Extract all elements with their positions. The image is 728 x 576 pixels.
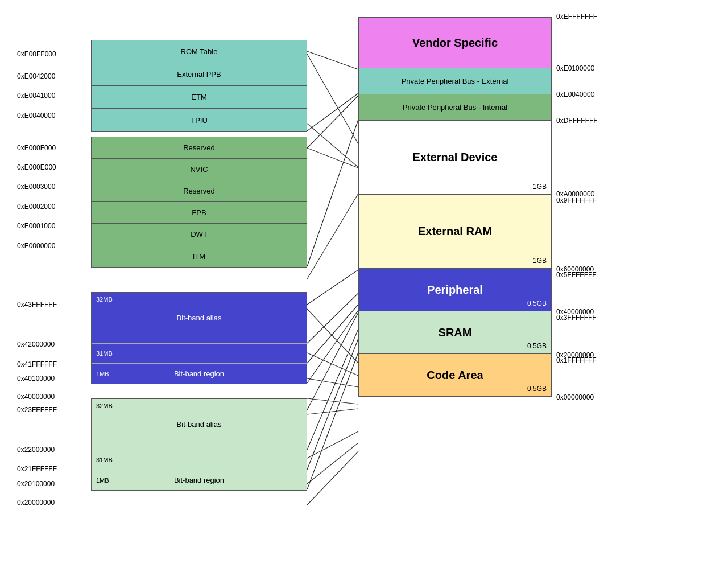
addr-0xEFFFFFFF: 0xEFFFFFFF xyxy=(556,13,597,20)
addr-0x3FFFFFFF: 0x3FFFFFFF xyxy=(556,314,597,322)
detail-row-sram-region: 1MB Bit-band region xyxy=(92,470,307,490)
addr-0x21FFFFFF: 0x21FFFFFF xyxy=(17,465,57,473)
block-external-device-size: 1GB xyxy=(533,183,547,191)
addr-0x23FFFFFF: 0x23FFFFFF xyxy=(17,406,57,414)
svg-line-3 xyxy=(307,194,358,279)
detail-row-etm: ETM xyxy=(92,86,307,109)
addr-0xE0040000: 0xE0040000 xyxy=(17,112,55,120)
detail-row-sram-alias: 32MB Bit-band alias xyxy=(92,399,307,450)
detail-row-external-ppb: External PPB xyxy=(92,63,307,86)
block-external-ram-label: External RAM xyxy=(418,225,492,238)
svg-line-2 xyxy=(307,148,358,168)
detail-row-dwt: DWT xyxy=(92,224,307,245)
detail-row-sram-31mb: 31MB xyxy=(92,450,307,470)
detail-row-rom-table: ROM Table xyxy=(92,40,307,63)
detail-row-itm: ITM xyxy=(92,245,307,267)
svg-line-1 xyxy=(307,124,358,167)
block-vendor-specific: Vendor Specific xyxy=(358,17,552,68)
svg-line-0 xyxy=(307,54,358,144)
detail-row-periph-31mb: 31MB xyxy=(92,344,307,364)
addr-0xE0002000: 0xE0002000 xyxy=(17,203,55,211)
block-peripheral-label: Peripheral xyxy=(427,283,483,297)
svg-line-5 xyxy=(307,353,358,376)
detail-box-internal-ppb: Reserved NVIC Reserved FPB DWT ITM xyxy=(91,137,307,268)
svg-line-22 xyxy=(307,339,358,470)
diagram-container: Vendor Specific Private Peripheral Bus -… xyxy=(0,0,728,576)
addr-0x42000000: 0x42000000 xyxy=(17,340,55,348)
addr-0xE0040000: 0xE0040000 xyxy=(556,90,594,98)
block-code-area-label: Code Area xyxy=(427,369,483,382)
detail-box-external-ppb: ROM Table External PPB ETM TPIU xyxy=(91,40,307,132)
addr-0x40000000: 0x40000000 xyxy=(17,393,55,401)
block-code-area: Code Area 0.5GB xyxy=(358,354,552,397)
addr-0x22000000: 0x22000000 xyxy=(17,446,55,454)
svg-line-13 xyxy=(307,93,358,131)
addr-0xE0000000: 0xE0000000 xyxy=(17,242,55,250)
addr-0x20000000: 0x20000000 xyxy=(17,499,55,507)
svg-line-4 xyxy=(307,309,358,363)
svg-line-9 xyxy=(307,431,358,458)
svg-line-8 xyxy=(307,409,358,414)
block-external-device-label: External Device xyxy=(413,151,498,164)
detail-box-sram-bitband: 32MB Bit-band alias 31MB 1MB Bit-band re… xyxy=(91,398,307,491)
detail-row-nvic: NVIC xyxy=(92,159,307,180)
block-sram-size: 0.5GB xyxy=(527,342,547,350)
detail-row-periph-region: 1MB Bit-band region xyxy=(92,364,307,384)
block-peripheral: Peripheral 0.5GB xyxy=(358,269,552,311)
block-ppb-internal: Private Peripheral Bus - Internal xyxy=(358,94,552,121)
addr-0xE00FF000: 0xE00FF000 xyxy=(17,50,56,58)
block-peripheral-size: 0.5GB xyxy=(527,299,547,307)
block-external-ram: External RAM 1GB xyxy=(358,195,552,269)
block-vendor-specific-label: Vendor Specific xyxy=(412,36,498,50)
detail-row-reserved-1: Reserved xyxy=(92,137,307,159)
detail-box-peripheral-bitband: 32MB Bit-band alias 31MB 1MB Bit-band re… xyxy=(91,292,307,384)
addr-0xE0003000: 0xE0003000 xyxy=(17,183,55,191)
svg-line-18 xyxy=(307,305,358,363)
addr-0x5FFFFFFF: 0x5FFFFFFF xyxy=(556,271,597,279)
addr-0xE000E000: 0xE000E000 xyxy=(17,163,56,171)
addr-0x41FFFFFF: 0x41FFFFFF xyxy=(17,360,57,368)
svg-line-19 xyxy=(307,310,358,383)
addr-0x43FFFFFF: 0x43FFFFFF xyxy=(17,301,57,308)
addr-0x00000000: 0x00000000 xyxy=(556,393,594,401)
addr-0x1FFFFFFF: 0x1FFFFFFF xyxy=(556,356,597,364)
svg-line-10 xyxy=(307,443,358,484)
block-ppb-internal-label: Private Peripheral Bus - Internal xyxy=(403,103,507,112)
svg-line-16 xyxy=(307,270,358,305)
addr-0xE000F000: 0xE000F000 xyxy=(17,144,56,152)
detail-row-tpiu: TPIU xyxy=(92,109,307,131)
svg-line-21 xyxy=(307,329,358,450)
addr-0xE0001000: 0xE0001000 xyxy=(17,222,55,230)
svg-line-20 xyxy=(307,312,358,410)
addr-0xDFFFFFFF: 0xDFFFFFFF xyxy=(556,117,598,125)
addr-0xE0042000: 0xE0042000 xyxy=(17,72,55,80)
block-sram: SRAM 0.5GB xyxy=(358,311,552,354)
block-code-area-size: 0.5GB xyxy=(527,385,547,393)
block-sram-label: SRAM xyxy=(439,326,472,339)
svg-line-14 xyxy=(307,96,358,148)
block-ppb-external-label: Private Peripheral Bus - External xyxy=(402,77,509,85)
block-ppb-external: Private Peripheral Bus - External xyxy=(358,68,552,94)
svg-line-23 xyxy=(307,352,358,489)
addr-0x9FFFFFFF: 0x9FFFFFFF xyxy=(556,196,597,204)
block-external-device: External Device 1GB xyxy=(358,121,552,195)
block-external-ram-size: 1GB xyxy=(533,257,547,265)
detail-row-periph-alias: 32MB Bit-band alias xyxy=(92,293,307,344)
addr-0x40100000: 0x40100000 xyxy=(17,375,55,382)
svg-line-15 xyxy=(307,120,358,266)
svg-line-11 xyxy=(307,451,358,505)
addr-0x20100000: 0x20100000 xyxy=(17,480,55,488)
svg-line-12 xyxy=(307,51,358,69)
svg-line-7 xyxy=(307,398,358,404)
addr-0xE0100000: 0xE0100000 xyxy=(556,64,594,72)
svg-line-17 xyxy=(307,293,358,343)
svg-line-6 xyxy=(307,378,358,387)
addr-0xE0041000: 0xE0041000 xyxy=(17,92,55,100)
detail-row-fpb: FPB xyxy=(92,202,307,224)
detail-row-reserved-2: Reserved xyxy=(92,180,307,202)
